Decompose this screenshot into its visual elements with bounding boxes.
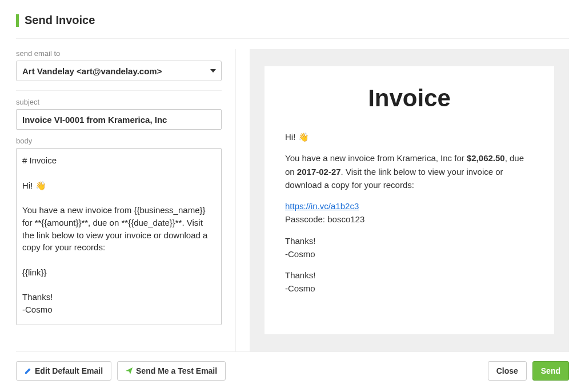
preview-column: Invoice Hi! 👋 You have a new invoice fro… <box>236 49 569 351</box>
to-field-group: send email to Art Vandelay <art@vandelay… <box>16 49 222 91</box>
subject-input[interactable] <box>16 109 222 130</box>
modal-title: Send Invoice <box>25 14 95 27</box>
close-button[interactable]: Close <box>488 361 527 381</box>
preview-outer: Invoice Hi! 👋 You have a new invoice fro… <box>250 49 569 351</box>
to-select[interactable]: Art Vandelay <art@vandelay.com> <box>16 61 222 81</box>
preview-link-block: https://in.vc/a1b2c3 Passcode: bosco123 <box>285 199 534 226</box>
send-test-email-label: Send Me a Test Email <box>136 366 217 375</box>
preview-signoff-1: Thanks! -Cosmo <box>285 234 534 261</box>
to-label: send email to <box>16 49 222 58</box>
pencil-icon <box>25 367 31 374</box>
preview-thanks-1: Thanks! <box>285 236 315 246</box>
preview-due-date: 2017-02-27 <box>297 167 341 177</box>
subject-label: subject <box>16 98 222 106</box>
send-button[interactable]: Send <box>532 361 569 381</box>
preview-intro: You have a new invoice from Kramerica, I… <box>285 151 534 191</box>
preview-amount: $2,062.50 <box>467 153 505 163</box>
preview-inner: Invoice Hi! 👋 You have a new invoice fro… <box>265 66 554 334</box>
modal-footer: Edit Default Email Send Me a Test Email … <box>16 351 569 381</box>
preview-heading: Invoice <box>285 85 534 112</box>
edit-default-email-label: Edit Default Email <box>35 366 103 375</box>
send-button-label: Send <box>541 366 560 375</box>
preview-greeting: Hi! 👋 <box>285 130 534 143</box>
preview-link[interactable]: https://in.vc/a1b2c3 <box>285 201 359 211</box>
preview-signoff-2: Thanks! -Cosmo <box>285 269 534 295</box>
body-label: body <box>16 137 222 145</box>
footer-left: Edit Default Email Send Me a Test Email <box>16 361 226 381</box>
footer-right: Close Send <box>488 361 569 381</box>
close-button-label: Close <box>496 366 518 375</box>
modal-header: Send Invoice <box>16 14 569 39</box>
preview-thanks-2: Thanks! <box>285 270 315 280</box>
send-invoice-modal: Send Invoice send email to Art Vandelay … <box>0 0 585 392</box>
form-column: send email to Art Vandelay <art@vandelay… <box>16 49 236 351</box>
preview-sig-2: -Cosmo <box>285 283 315 293</box>
to-select-value[interactable]: Art Vandelay <art@vandelay.com> <box>16 61 222 81</box>
accent-bar <box>16 14 19 27</box>
body-textarea[interactable] <box>16 148 222 325</box>
preview-intro-pre: You have a new invoice from Kramerica, I… <box>285 153 467 163</box>
preview-sig-1: -Cosmo <box>285 249 315 259</box>
modal-body: send email to Art Vandelay <art@vandelay… <box>16 39 569 351</box>
preview-passcode: Passcode: bosco123 <box>285 214 364 224</box>
preview-content: Hi! 👋 You have a new invoice from Kramer… <box>285 130 534 295</box>
paper-plane-icon <box>126 367 133 374</box>
edit-default-email-button[interactable]: Edit Default Email <box>16 361 111 381</box>
subject-field-group: subject <box>16 98 222 130</box>
body-field-group: body <box>16 137 222 345</box>
send-test-email-button[interactable]: Send Me a Test Email <box>117 361 226 381</box>
